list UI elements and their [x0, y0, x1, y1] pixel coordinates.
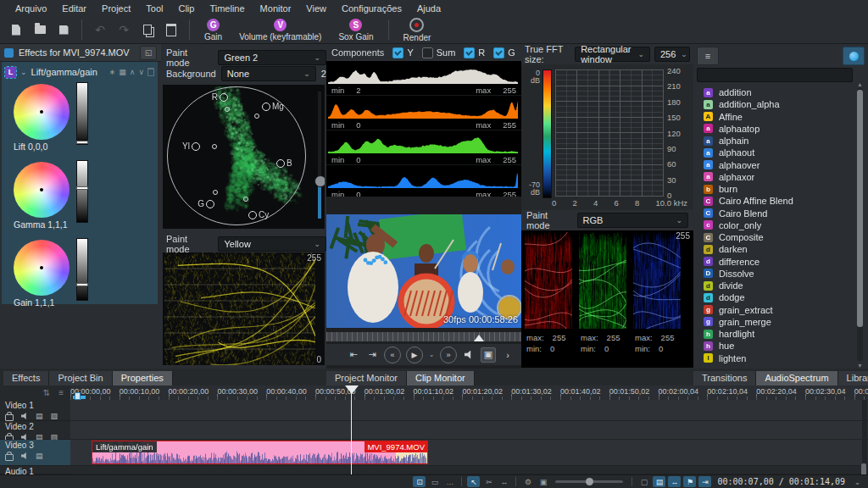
track-body-video3[interactable]: Lift/gamma/gain MVI_9974.MOV [70, 440, 868, 466]
track-body-video1[interactable] [70, 400, 868, 421]
timeline-clip[interactable]: Lift/gamma/gain MVI_9974.MOV [92, 441, 428, 464]
mute-track-icon[interactable] [21, 452, 28, 459]
transport-button[interactable]: ▶ [406, 347, 423, 363]
timeline-corner-icon[interactable]: ≡ [58, 388, 64, 397]
composition-item[interactable]: a addition [695, 86, 854, 98]
composition-item[interactable]: A Affine [695, 111, 854, 123]
scroll-down-icon[interactable]: ▼ [857, 363, 863, 369]
composition-item[interactable]: a alphaxor [695, 171, 854, 183]
track-header-audio1[interactable]: Audio 1 [0, 466, 70, 474]
statusbar-toggle-button[interactable]: ↔ [668, 476, 681, 487]
statusbar-tool-button[interactable]: ✂ [482, 476, 495, 487]
timeline-zone-indicator[interactable] [73, 396, 86, 399]
statusbar-button[interactable]: ▭ [428, 476, 441, 487]
mute-track-icon[interactable] [21, 413, 28, 419]
composition-item[interactable]: C Cairo Blend [695, 208, 854, 219]
menu-item[interactable]: Project [95, 2, 137, 15]
video-track-icon[interactable]: ▤ [36, 412, 43, 420]
wheel-level-slider[interactable] [76, 238, 88, 301]
menu-item[interactable]: Configurações [335, 2, 409, 15]
statusbar-button[interactable]: … [443, 476, 456, 487]
composition-item[interactable]: g grain_merge [695, 316, 854, 328]
menu-item[interactable]: View [299, 2, 333, 15]
copy-button[interactable] [138, 20, 157, 39]
timeline-zoom-slider[interactable] [555, 480, 623, 483]
menu-item[interactable]: Clip [171, 2, 201, 15]
composition-item[interactable]: a addition_alpha [695, 98, 854, 110]
paste-button[interactable] [162, 20, 181, 39]
video-track-icon[interactable]: ▤ [36, 452, 43, 460]
composition-item[interactable]: a alphaatop [695, 123, 854, 135]
color-wheel[interactable] [14, 84, 70, 140]
track-header-video3[interactable]: Video 3 ▤ [0, 440, 70, 466]
move-effect-up-icon[interactable]: ∧ [130, 68, 136, 76]
component-checkbox[interactable]: Y [392, 47, 413, 58]
keyframes-icon[interactable]: ∗ [109, 68, 116, 76]
dock-tab[interactable]: Transitions [693, 371, 756, 385]
dock-tab[interactable]: Effects [3, 371, 49, 385]
transport-button[interactable]: › [501, 348, 515, 362]
track-header-video1[interactable]: Video 1 ▤ ▨ [0, 400, 70, 421]
list-menu-button[interactable]: ≡ [697, 47, 719, 65]
menu-item[interactable]: Tool [139, 2, 170, 15]
transport-button[interactable]: « [384, 347, 401, 363]
vectorscope-gain-slider[interactable] [318, 92, 321, 219]
menu-item[interactable]: Editar [55, 2, 93, 15]
statusbar-toggle-button[interactable]: ▤ [653, 476, 665, 487]
composition-item[interactable]: C Cairo Affine Blend [695, 195, 854, 207]
transport-button[interactable]: » [440, 347, 457, 363]
composition-item[interactable]: d difference [695, 256, 854, 268]
statusbar-tool-button[interactable]: ↔ [498, 476, 510, 487]
statusbar-tool-button[interactable]: ↖ [467, 476, 480, 487]
dock-tab[interactable]: Library [838, 371, 868, 385]
hide-track-icon[interactable]: ▨ [51, 412, 58, 420]
monitor-seek-ruler[interactable] [326, 332, 521, 341]
component-checkbox[interactable]: G [493, 47, 515, 58]
composition-item[interactable]: d darken [695, 243, 854, 255]
scrollbar-thumb[interactable] [857, 90, 863, 327]
render-button[interactable]: Render [398, 18, 437, 42]
composition-item[interactable]: c color_only [695, 219, 854, 231]
composition-item[interactable]: l lighten [695, 352, 854, 364]
menu-item[interactable]: Ajuda [410, 2, 448, 15]
playhead-icon[interactable] [345, 385, 359, 394]
scroll-up-icon[interactable]: ▲ [857, 81, 863, 87]
redo-button[interactable]: ↷ [114, 20, 133, 39]
parade-paint-mode-select[interactable]: RGB⌄ [577, 213, 688, 228]
waveform-paint-mode-select[interactable]: Yellow⌄ [218, 236, 326, 252]
menu-item[interactable]: Arquivo [8, 2, 53, 15]
transport-button[interactable]: ⌄ [428, 348, 435, 362]
audio-effect-button[interactable]: S Sox Gain [332, 19, 379, 42]
timeline-corner-icon[interactable]: ⇅ [43, 388, 50, 397]
list-scrollbar[interactable] [857, 88, 863, 361]
float-panel-button[interactable]: ◱ [140, 46, 157, 60]
statusbar-zoom-button[interactable]: ⚙ [521, 476, 534, 487]
audio-effect-button[interactable]: V Volume (keyframable) [233, 19, 327, 42]
component-checkbox[interactable]: Sum [422, 47, 456, 58]
composition-item[interactable]: b burn [695, 183, 854, 195]
fft-window-select[interactable]: Rectangular window⌄ [575, 47, 650, 62]
lock-track-icon[interactable] [5, 454, 14, 461]
composition-item[interactable]: h hardlight [695, 328, 854, 340]
timecode-chevron-icon[interactable]: ⌄ [851, 476, 864, 487]
effect-header[interactable]: L ⌄ Lift/gamma/gain ∗ ▦ ∧ ∨ [2, 62, 158, 82]
download-effects-button[interactable] [843, 47, 865, 65]
composition-item[interactable]: a alphaout [695, 147, 854, 158]
monitor-tab[interactable]: Clip Monitor [407, 371, 475, 385]
playhead-line[interactable] [351, 385, 352, 474]
track-body-video2[interactable] [70, 421, 868, 440]
composition-item[interactable]: d dodge [695, 291, 854, 303]
statusbar-button[interactable]: ⊡ [413, 476, 426, 487]
color-wheel[interactable] [14, 240, 70, 296]
monitor-playhead-icon[interactable] [474, 335, 484, 341]
collapse-effect-icon[interactable]: ⌄ [20, 68, 27, 76]
transport-button[interactable]: ⇤ [347, 348, 360, 362]
composition-item[interactable]: a alphain [695, 135, 854, 147]
vectorscope-paint-mode-select[interactable]: Green 2⌄ [218, 50, 326, 65]
statusbar-zoom-button[interactable]: ▣ [537, 476, 549, 487]
statusbar-toggle-button[interactable]: ⚑ [683, 476, 696, 487]
dock-tab[interactable]: Project Bin [49, 371, 112, 385]
monitor-tab[interactable]: Project Monitor [326, 371, 407, 385]
statusbar-toggle-button[interactable]: ⇥ [698, 476, 711, 487]
composition-item[interactable]: d divide [695, 280, 854, 291]
